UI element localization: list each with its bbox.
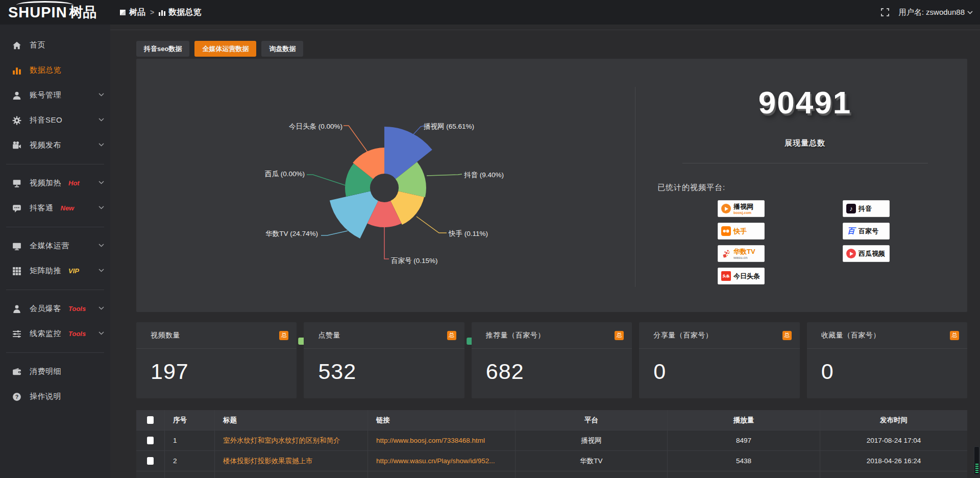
scroll-indicator-widget[interactable] (974, 446, 979, 475)
sidebar-item-label: 线索监控 (30, 329, 61, 339)
chevron-down-icon (99, 244, 104, 247)
videos-table: 序号 标题 链接 平台 播放量 发布时间 1 室外水纹灯和室内水纹灯的区别和简介… (136, 410, 967, 478)
sidebar-item-label: 全媒体运营 (30, 241, 69, 251)
video-title-link[interactable]: 楼体投影灯投影效果震撼上市 (223, 457, 313, 466)
video-url-link[interactable]: http://www.boosj.com/7338468.html (376, 437, 485, 444)
xigua-play-icon (846, 249, 856, 258)
sidebar-item-spend-detail[interactable]: 消费明细 (0, 359, 110, 384)
total-badge[interactable]: 总 (782, 331, 792, 340)
table-row: 1 室外水纹灯和室内水纹灯的区别和简介 http://www.boosj.com… (136, 431, 967, 451)
sidebar-item-label: 视频发布 (30, 140, 61, 150)
chat-bubble-icon (12, 204, 21, 213)
stat-card-label: 视频数量 (151, 331, 180, 340)
tab-douyin-seo-data[interactable]: 抖音seo数据 (136, 41, 189, 57)
video-title-link[interactable]: 室外水纹灯和室内水纹灯的区别和简介 (223, 436, 340, 445)
callout-line (321, 231, 348, 235)
main-content: 抖音seo数据 全媒体运营数据 询盘数据 播视网 (65.61%) 抖音 (9.… (110, 25, 980, 478)
row-checkbox[interactable] (147, 457, 154, 465)
sidebar-item-matrix-boost[interactable]: 矩阵助推 VIP (0, 258, 110, 283)
platforms-title: 已统计的视频平台: (657, 183, 725, 193)
gear-icon (12, 116, 21, 125)
baijiahao-glyph: 百 (847, 226, 855, 236)
tools-tag: Tools (68, 330, 86, 338)
chevron-down-icon (99, 269, 104, 272)
sidebar-item-video-publish[interactable]: 视频发布 (0, 133, 110, 158)
sidebar-item-label: 操作说明 (30, 392, 61, 401)
table-row-partial (136, 471, 967, 478)
sidebar-item-label: 抖音SEO (30, 115, 62, 125)
topbar-divider (110, 30, 980, 30)
username-label: 用户名: zswodun88 (899, 8, 965, 17)
sidebar-item-label: 数据总览 (30, 65, 61, 75)
stat-card-value: 532 (304, 349, 464, 384)
toutiao-icon: 头条 (721, 271, 731, 281)
breadcrumb-current[interactable]: 数据总览 (159, 7, 201, 18)
callout-line (427, 174, 462, 176)
cell-time: 2018-04-26 16:24 (820, 451, 967, 471)
row-checkbox[interactable] (147, 437, 154, 444)
tab-bar: 抖音seo数据 全媒体运营数据 询盘数据 (136, 41, 303, 57)
sidebar-item-data-overview[interactable]: 数据总览 (0, 58, 110, 83)
sidebar-item-doukuotong[interactable]: 抖客通 New (0, 196, 110, 221)
callout-line (344, 126, 370, 155)
select-all-checkbox[interactable] (147, 416, 154, 424)
chart-panel: 播视网 (65.61%) 抖音 (9.40%) 快手 (0.11%) 百家号 (… (136, 59, 967, 312)
breadcrumb: 树品 > 数据总览 (119, 7, 201, 18)
platform-badge-toutiao: 头条 今日头条 (718, 268, 765, 284)
sidebar-item-home[interactable]: 首页 (0, 33, 110, 58)
stat-card-video-count: 视频数量总 197 (136, 322, 297, 398)
sidebar-item-omni-media[interactable]: 全媒体运营 (0, 233, 110, 258)
bar-chart-icon (159, 9, 165, 16)
vip-tag: VIP (68, 267, 79, 275)
table-row: 2 楼体投影灯投影效果震撼上市 http://www.wasu.cn/Play/… (136, 451, 967, 471)
cell-index: 1 (165, 431, 215, 450)
stat-card-recommends: 推荐量（百家号）总 682 (472, 322, 632, 398)
stat-card-value: 197 (136, 349, 297, 384)
sidebar: 首页 数据总览 账号管理 抖音SEO 视频发布 (0, 25, 110, 478)
breadcrumb-home[interactable]: 树品 (119, 7, 145, 18)
bar-chart-icon (12, 66, 21, 75)
tab-omni-media-data[interactable]: 全媒体运营数据 (194, 41, 256, 57)
stat-card-label: 分享量（百家号） (653, 331, 713, 340)
chevron-down-icon (99, 118, 104, 122)
stat-cards: 视频数量总 197 点赞量总 532 推荐量（百家号）总 682 分享量（百家号… (136, 322, 967, 398)
total-badge[interactable]: 总 (950, 331, 959, 340)
impressions-total-label: 展现量总数 (672, 138, 938, 148)
fullscreen-icon[interactable] (880, 8, 890, 17)
user-menu[interactable]: 用户名: zswodun88 (899, 8, 973, 17)
callout-line (384, 227, 389, 259)
pie-label: 华数TV (24.74%) (265, 229, 318, 238)
impressions-total-value: 90491 (672, 84, 938, 121)
total-badge[interactable]: 总 (279, 331, 288, 340)
stat-card-favorites: 收藏量（百家号）总 0 (807, 322, 967, 398)
platform-name: 快手 (733, 227, 747, 236)
sidebar-item-video-heat[interactable]: 视频加热 Hot (0, 171, 110, 196)
video-url-link[interactable]: http://www.wasu.cn/Play/show/id/952... (376, 457, 495, 465)
panel-vertical-divider (635, 87, 635, 287)
wallet-icon (12, 367, 21, 376)
sidebar-item-account[interactable]: 账号管理 (0, 83, 110, 108)
svg-text:?: ? (15, 393, 19, 399)
total-badge[interactable]: 总 (447, 331, 456, 340)
cell-index: 2 (165, 451, 215, 471)
pie-slice-华数TV[interactable] (330, 191, 378, 238)
col-header-link: 链接 (368, 410, 516, 430)
logo-arc (16, 1, 74, 9)
sidebar-item-label: 消费明细 (30, 367, 61, 376)
sidebar-item-label: 视频加热 (30, 178, 61, 188)
tools-tag: Tools (68, 305, 86, 313)
stat-card-value: 0 (807, 349, 967, 384)
sidebar-item-help[interactable]: ? 操作说明 (0, 384, 110, 409)
platform-badge-baijiahao: 百 百家号 (843, 223, 890, 240)
sidebar-item-member-burst[interactable]: 会员爆客 Tools (0, 296, 110, 321)
total-badge[interactable]: 总 (615, 331, 624, 340)
sidebar-divider (6, 164, 104, 164)
tab-inquiry-data[interactable]: 询盘数据 (261, 41, 303, 57)
sidebar-item-lead-monitor[interactable]: 线索监控 Tools (0, 321, 110, 346)
pie-label: 今日头条 (0.00%) (289, 122, 342, 131)
sidebar-item-label: 抖客通 (30, 203, 54, 213)
topbar: SHUPIN 树品 树品 > 数据总览 用户名: zswodun88 (0, 0, 980, 25)
stat-card-value: 682 (472, 349, 632, 384)
sidebar-item-douyin-seo[interactable]: 抖音SEO (0, 108, 110, 133)
home-icon (12, 41, 21, 50)
